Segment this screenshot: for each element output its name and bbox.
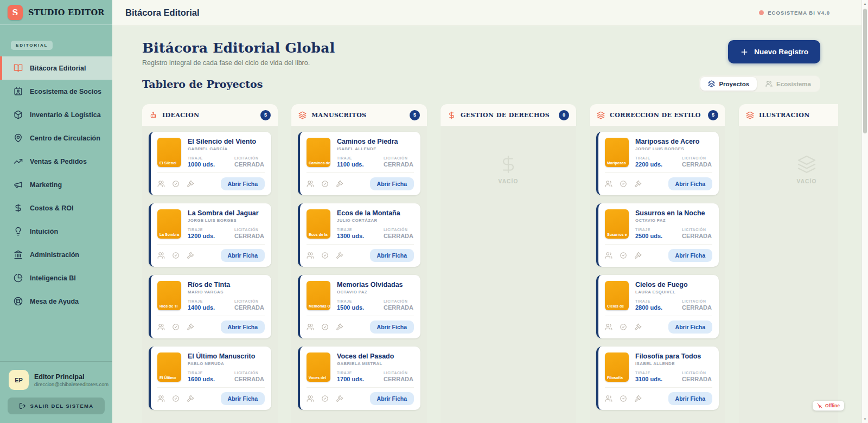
dollar-icon	[448, 111, 456, 119]
badge-check-icon[interactable]	[620, 323, 627, 331]
gavel-icon[interactable]	[336, 252, 343, 259]
licitacion-value: CERRADA	[384, 304, 413, 311]
open-card-button[interactable]: Abrir Ficha	[221, 177, 265, 190]
project-card[interactable]: Caminos de Caminos de Piedra ISABEL ALLE…	[298, 132, 420, 195]
open-card-button[interactable]: Abrir Ficha	[668, 177, 712, 190]
tab-label: Ecosistema	[776, 81, 811, 87]
gavel-icon[interactable]	[634, 252, 642, 259]
book-cover: Caminos de	[307, 138, 330, 167]
badge-check-icon[interactable]	[620, 395, 627, 402]
project-card[interactable]: Voces del Voces del Pasado GABRIELA MIST…	[298, 347, 420, 410]
users-icon[interactable]	[157, 323, 165, 331]
users-icon[interactable]	[307, 180, 314, 188]
project-card[interactable]: Cielos de Cielos de Fuego LAURA ESQUIVEL…	[596, 275, 719, 338]
open-card-button[interactable]: Abrir Ficha	[370, 392, 414, 405]
project-card[interactable]: Filosofía Filosofía para Todos ISABEL AL…	[596, 347, 719, 410]
sidebar-item-marketing[interactable]: Marketing	[0, 173, 112, 196]
sidebar-item-inventario-logistica[interactable]: Inventario & Logística	[0, 103, 112, 126]
users-icon[interactable]	[605, 252, 612, 259]
licitacion-value: CERRADA	[234, 376, 264, 382]
project-card[interactable]: Susurros e Susurros en la Noche OCTAVIO …	[596, 203, 719, 267]
sidebar-item-intuicion[interactable]: Intuición	[0, 220, 112, 243]
sidebar-item-bitacora-editorial[interactable]: Bitácora Editorial	[0, 56, 112, 80]
empty-column-placeholder: VACÍO	[745, 132, 838, 184]
open-card-button[interactable]: Abrir Ficha	[668, 249, 712, 262]
card-author: PABLO NERUDA	[188, 361, 265, 366]
project-card[interactable]: El Silenci El Silencio del Viento GABRIE…	[149, 132, 271, 195]
scrollbar-down-arrow[interactable]: ▼	[862, 415, 868, 423]
badge-check-icon[interactable]	[620, 180, 627, 188]
project-card[interactable]: Memorias O Memorias Olvidadas OCTAVIO PA…	[298, 275, 420, 338]
users-icon[interactable]	[605, 395, 612, 402]
wifi-off-icon	[817, 403, 822, 408]
sidebar-item-mesa-de-ayuda[interactable]: Mesa de Ayuda	[0, 290, 112, 313]
users-icon[interactable]	[157, 395, 165, 402]
project-card[interactable]: La Sombra La Sombra del Jaguar JORGE LUI…	[149, 203, 271, 267]
open-card-button[interactable]: Abrir Ficha	[221, 392, 265, 405]
badge-check-icon[interactable]	[172, 323, 180, 331]
book-cover: Susurros e	[605, 209, 629, 239]
card-author: OCTAVIO PAZ	[635, 218, 712, 223]
tab-ecosistema[interactable]: Ecosistema	[758, 77, 819, 91]
sidebar-item-ecosistema-de-socios[interactable]: Ecosistema de Socios	[0, 80, 112, 103]
sidebar-item-label: Intuición	[30, 228, 58, 235]
gavel-icon[interactable]	[336, 323, 343, 331]
open-card-button[interactable]: Abrir Ficha	[668, 392, 712, 405]
badge-check-icon[interactable]	[321, 323, 329, 331]
users-icon[interactable]	[307, 395, 314, 402]
licitacion-value: CERRADA	[384, 161, 413, 168]
users-icon[interactable]	[157, 180, 165, 188]
plus-icon	[740, 48, 749, 56]
open-card-button[interactable]: Abrir Ficha	[221, 321, 265, 334]
users-icon[interactable]	[605, 180, 612, 188]
badge-check-icon[interactable]	[321, 395, 329, 402]
card-divider	[157, 387, 265, 388]
gavel-icon[interactable]	[336, 395, 343, 402]
gavel-icon[interactable]	[187, 323, 194, 331]
layers-icon	[597, 111, 605, 119]
open-card-button[interactable]: Abrir Ficha	[370, 177, 414, 190]
open-card-button[interactable]: Abrir Ficha	[370, 249, 414, 262]
gavel-icon[interactable]	[187, 395, 194, 402]
open-card-button[interactable]: Abrir Ficha	[668, 321, 712, 334]
open-card-button[interactable]: Abrir Ficha	[370, 321, 414, 334]
scrollbar-up-arrow[interactable]: ▲	[862, 0, 868, 8]
project-card[interactable]: Mariposas Mariposas de Acero JORGE LUIS …	[596, 132, 719, 195]
logout-button[interactable]: SALIR DEL SISTEMA	[8, 398, 105, 414]
project-card[interactable]: El Último El Último Manuscrito PABLO NER…	[149, 347, 271, 410]
badge-check-icon[interactable]	[172, 395, 180, 402]
card-title: Susurros en la Noche	[635, 209, 712, 217]
badge-check-icon[interactable]	[321, 180, 329, 188]
project-card[interactable]: Ríos de Ti Ríos de Tinta MARIO VARGAS TI…	[149, 275, 271, 338]
users-icon[interactable]	[605, 323, 612, 331]
tiraje-label: TIRAJE	[635, 156, 682, 160]
gavel-icon[interactable]	[187, 180, 194, 188]
sidebar-item-centro-de-circulacion[interactable]: Centro de Circulación	[0, 126, 112, 150]
gavel-icon[interactable]	[634, 395, 642, 402]
badge-check-icon[interactable]	[321, 252, 329, 259]
users-icon[interactable]	[307, 252, 314, 259]
badge-check-icon[interactable]	[172, 252, 180, 259]
window-scrollbar[interactable]: ▲ ▼	[861, 0, 868, 423]
licitacion-label: LICITACIÓN	[682, 371, 712, 375]
sidebar-item-costos-roi[interactable]: Costos & ROI	[0, 196, 112, 220]
gavel-icon[interactable]	[634, 180, 642, 188]
project-card[interactable]: Ecos de la Ecos de la Montaña JULIO CORT…	[298, 203, 420, 267]
gavel-icon[interactable]	[336, 180, 343, 188]
badge-check-icon[interactable]	[172, 180, 180, 188]
open-card-button[interactable]: Abrir Ficha	[221, 249, 265, 262]
badge-check-icon[interactable]	[620, 252, 627, 259]
scrollbar-thumb[interactable]	[863, 9, 867, 133]
new-record-button[interactable]: Nuevo Registro	[728, 40, 820, 63]
sidebar-item-inteligencia-bi[interactable]: Inteligencia BI	[0, 266, 112, 290]
gavel-icon[interactable]	[187, 252, 194, 259]
tiraje-value: 1700 uds.	[337, 376, 384, 382]
tiraje-label: TIRAJE	[337, 228, 384, 232]
users-icon[interactable]	[157, 252, 165, 259]
tab-proyectos[interactable]: Proyectos	[700, 77, 757, 91]
users-icon[interactable]	[307, 323, 314, 331]
sidebar-item-ventas-pedidos[interactable]: Ventas & Pedidos	[0, 150, 112, 173]
gavel-icon[interactable]	[634, 323, 642, 331]
sidebar-item-administracion[interactable]: Administración	[0, 243, 112, 266]
card-author: JULIO CORTÁZAR	[337, 218, 414, 223]
